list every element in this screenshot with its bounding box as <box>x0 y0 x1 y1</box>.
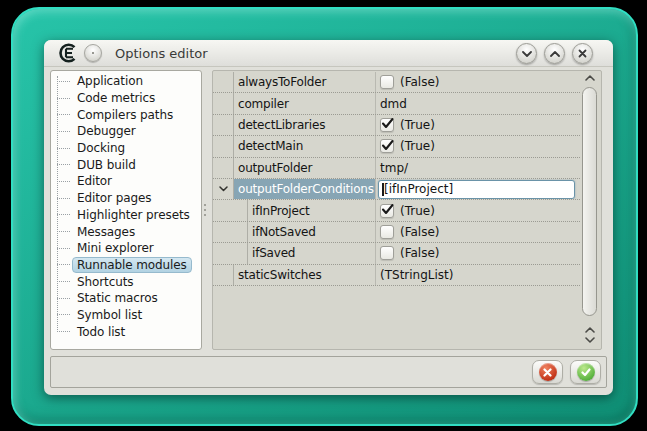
property-value[interactable]: (True) <box>375 136 580 156</box>
property-name[interactable]: ifSaved <box>247 243 375 263</box>
tree-branch-stub-icon <box>57 298 70 299</box>
value-text: tmp/ <box>380 161 408 175</box>
value-checkbox[interactable] <box>380 225 394 239</box>
panel-splitter[interactable] <box>203 204 206 216</box>
property-value[interactable]: (TStringList) <box>375 265 580 285</box>
checkmark-icon <box>381 140 394 151</box>
sidebar-item-label: Application <box>72 73 148 89</box>
tree-branch-stub-icon <box>57 148 70 149</box>
scrollbar-thumb[interactable] <box>582 87 597 316</box>
property-row[interactable]: detectLibraries (True) <box>213 115 580 136</box>
tree-branch-stub-icon <box>57 314 70 315</box>
scroll-down-icon[interactable] <box>581 337 598 343</box>
property-row[interactable]: ifSaved (False) <box>213 243 580 264</box>
sidebar-item-label: Docking <box>72 140 130 156</box>
value-checkbox[interactable] <box>380 118 394 132</box>
footer-bar <box>50 356 607 388</box>
property-name[interactable]: outputFolder <box>233 158 375 178</box>
property-row[interactable]: ifNotSaved (False) <box>213 222 580 243</box>
property-value[interactable]: tmp/ <box>375 158 580 178</box>
sidebar-item[interactable]: Highlighter presets <box>51 207 201 224</box>
sidebar-item[interactable]: Application <box>51 73 201 90</box>
row-gutter <box>213 243 233 263</box>
value-text: (True) <box>400 118 435 132</box>
sidebar-item[interactable]: Static macros <box>51 290 201 307</box>
value-text: (True) <box>400 204 435 218</box>
sidebar-item-label: Todo list <box>72 324 130 340</box>
property-name[interactable]: detectMain <box>233 136 375 156</box>
close-button[interactable] <box>572 43 593 64</box>
property-name[interactable]: compiler <box>233 93 375 113</box>
scroll-up-icon[interactable] <box>581 327 598 333</box>
row-indent <box>233 243 247 263</box>
maximize-button[interactable] <box>544 43 565 64</box>
property-name[interactable]: alwaysToFolder <box>233 72 375 92</box>
sidebar-item[interactable]: Mini explorer <box>51 240 201 257</box>
value-checkbox[interactable] <box>380 75 394 89</box>
sidebar-item[interactable]: Symbol list <box>51 307 201 324</box>
property-name[interactable]: staticSwitches <box>233 265 375 285</box>
row-gutter <box>213 179 233 199</box>
sidebar-item[interactable]: Runnable modules <box>51 257 201 274</box>
property-name[interactable]: ifNotSaved <box>247 222 375 242</box>
row-gutter <box>213 265 233 285</box>
grid-scrollbar[interactable] <box>581 74 598 346</box>
value-checkbox[interactable] <box>380 139 394 153</box>
accept-button[interactable] <box>570 360 601 384</box>
property-value[interactable]: [ifInProject] <box>375 179 580 199</box>
property-value[interactable]: dmd <box>375 93 580 113</box>
property-row[interactable]: ifInProject (True) <box>213 200 580 221</box>
property-value[interactable]: (True) <box>375 200 580 220</box>
value-editor[interactable]: [ifInProject] <box>378 180 575 199</box>
minimize-button[interactable] <box>516 43 537 64</box>
property-row[interactable]: compiler dmd <box>213 93 580 114</box>
sidebar-item[interactable]: Messages <box>51 223 201 240</box>
titlebar[interactable]: Options editor <box>44 40 613 67</box>
property-value[interactable]: (False) <box>375 243 580 263</box>
sidebar-item[interactable]: Editor <box>51 173 201 190</box>
sidebar-item[interactable]: Todo list <box>51 323 201 340</box>
row-indent <box>233 200 247 220</box>
row-gutter <box>213 158 233 178</box>
sidebar-item[interactable]: Docking <box>51 140 201 157</box>
tree-branch-stub-icon <box>57 164 70 165</box>
property-row[interactable]: staticSwitches (TStringList) <box>213 265 580 286</box>
sidebar-item[interactable]: Code metrics <box>51 90 201 107</box>
sidebar-item-label: Symbol list <box>72 307 147 323</box>
row-gutter <box>213 72 233 92</box>
sidebar-item-label: Editor pages <box>72 190 156 206</box>
value-text: (TStringList) <box>380 268 453 282</box>
row-gutter <box>213 222 233 242</box>
collapse-chevron-icon[interactable] <box>219 186 228 192</box>
tree-branch-stub-icon <box>57 231 70 232</box>
sidebar-item[interactable]: Shortcuts <box>51 273 201 290</box>
value-text: dmd <box>380 97 407 111</box>
property-value[interactable]: (False) <box>375 222 580 242</box>
property-value[interactable]: (False) <box>375 72 580 92</box>
property-name[interactable]: detectLibraries <box>233 115 375 135</box>
value-checkbox[interactable] <box>380 246 394 260</box>
property-row[interactable]: alwaysToFolder (False) <box>213 72 580 93</box>
checkmark-icon <box>381 118 394 129</box>
sidebar-item[interactable]: Debugger <box>51 123 201 140</box>
property-value[interactable]: (True) <box>375 115 580 135</box>
window-menu-button[interactable] <box>84 44 102 62</box>
property-name[interactable]: ifInProject <box>247 200 375 220</box>
sidebar-item[interactable]: Editor pages <box>51 190 201 207</box>
titlebar-buttons <box>516 43 593 64</box>
sidebar-item-label: Highlighter presets <box>72 207 195 223</box>
value-checkbox[interactable] <box>380 204 394 218</box>
tree-branch-stub-icon <box>57 81 70 82</box>
property-row[interactable]: outputFolder tmp/ <box>213 158 580 179</box>
row-gutter <box>213 93 233 113</box>
tree-branch-stub-icon <box>57 281 70 282</box>
sidebar-item[interactable]: Compilers paths <box>51 106 201 123</box>
sidebar-item-label: Compilers paths <box>72 107 178 123</box>
sidebar-item[interactable]: DUB build <box>51 156 201 173</box>
property-name[interactable]: outputFolderConditions <box>233 179 375 199</box>
cancel-button[interactable] <box>532 360 563 384</box>
property-row[interactable]: detectMain (True) <box>213 136 580 157</box>
property-row[interactable]: outputFolderConditions [ifInProject] <box>213 179 580 200</box>
value-text: (True) <box>400 139 435 153</box>
scroll-up-icon[interactable] <box>581 75 598 81</box>
